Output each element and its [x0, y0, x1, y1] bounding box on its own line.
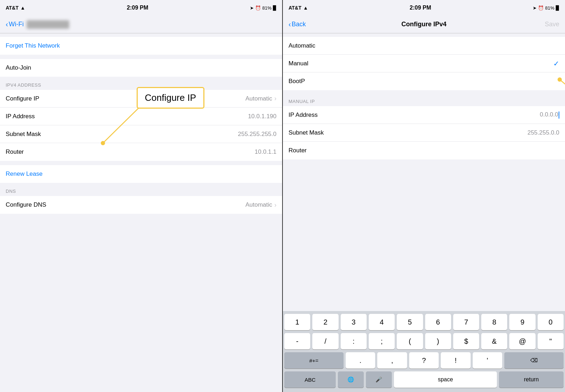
left-phone-panel: AT&T ▲ 2:09 PM ➤ ⏰ 81% ▉ ‹ Wi-Fi Forget …: [0, 0, 282, 392]
battery-icon-right: ▉: [556, 5, 559, 11]
key-6[interactable]: 6: [425, 314, 451, 330]
key-slash[interactable]: /: [312, 333, 338, 349]
key-8[interactable]: 8: [481, 314, 507, 330]
location-icon-right: ➤: [533, 5, 537, 11]
right-phone-panel: AT&T ▲ 2:09 PM ➤ ⏰ 81% ▉ ‹ Back Configur…: [282, 0, 565, 392]
manual-ip-section: IP Address 0.0.0.0 Subnet Mask 255.255.0…: [283, 106, 565, 159]
status-bar-left: AT&T ▲ 2:09 PM ➤ ⏰ 81% ▉: [0, 0, 282, 16]
key-2[interactable]: 2: [312, 314, 338, 330]
key-3[interactable]: 3: [341, 314, 367, 330]
time-right: 2:09 PM: [410, 5, 431, 11]
configure-dns-value: Automatic: [245, 201, 272, 208]
auto-join-section: Auto-Join: [0, 59, 282, 77]
config-options-section: Automatic Manual ✓ BootP: [283, 37, 565, 90]
key-period[interactable]: .: [346, 352, 375, 369]
nav-bar-left: ‹ Wi-Fi: [0, 16, 282, 33]
back-label-wifi: Wi-Fi: [9, 21, 24, 28]
nav-back-right[interactable]: ‹ Back: [289, 20, 306, 28]
sep1: [0, 33, 282, 37]
configure-ip-value: Automatic: [245, 95, 272, 102]
status-right-left: ➤ ⏰ 81% ▉: [250, 5, 276, 11]
ip-address-cell: IP Address 10.0.1.190: [0, 108, 282, 125]
back-chevron-left: ‹: [6, 20, 8, 28]
callout-dot-left: [101, 141, 105, 145]
manual-router-label: Router: [289, 147, 559, 154]
key-7[interactable]: 7: [453, 314, 479, 330]
save-button[interactable]: Save: [545, 21, 559, 28]
callout-box-left: Configure IP: [137, 87, 204, 109]
key-9[interactable]: 9: [509, 314, 535, 330]
manual-ip-address-cell[interactable]: IP Address 0.0.0.0: [283, 106, 565, 124]
manual-router-cell[interactable]: Router: [283, 142, 565, 159]
key-apostrophe[interactable]: ': [473, 352, 502, 369]
nav-title-right: Configure IPv4: [401, 21, 446, 28]
key-ampersand[interactable]: &: [481, 333, 507, 349]
key-open-paren[interactable]: (: [397, 333, 423, 349]
key-mic[interactable]: 🎤: [366, 371, 392, 388]
option-automatic[interactable]: Automatic: [283, 37, 565, 55]
nav-bar-right: ‹ Back Configure IPv4 Save: [283, 16, 565, 33]
key-dollar[interactable]: $: [453, 333, 479, 349]
subnet-mask-value: 255.255.255.0: [238, 131, 276, 138]
keyboard[interactable]: 1 2 3 4 5 6 7 8 9 0 - / : ; ( ) $ & @ " …: [283, 311, 565, 392]
key-space[interactable]: space: [394, 371, 497, 388]
auto-join-label: Auto-Join: [6, 64, 276, 71]
status-right-right: ➤ ⏰ 81% ▉: [533, 5, 559, 11]
dns-section-header: DNS: [0, 184, 282, 196]
key-5[interactable]: 5: [397, 314, 423, 330]
key-minus[interactable]: -: [284, 333, 310, 349]
forget-network-cell[interactable]: Forget This Network: [0, 37, 282, 55]
key-close-paren[interactable]: ): [425, 333, 451, 349]
nav-back-wifi[interactable]: ‹ Wi-Fi: [6, 20, 24, 28]
time-left: 2:09 PM: [127, 5, 148, 11]
status-bar-right: AT&T ▲ 2:09 PM ➤ ⏰ 81% ▉: [283, 0, 565, 16]
status-left: AT&T ▲: [6, 5, 25, 11]
subnet-mask-cell: Subnet Mask 255.255.255.0: [0, 125, 282, 143]
cursor: [559, 111, 559, 119]
key-4[interactable]: 4: [369, 314, 395, 330]
option-automatic-label: Automatic: [289, 42, 559, 49]
key-delete[interactable]: ⌫: [504, 352, 564, 369]
carrier-right: AT&T: [289, 5, 301, 11]
key-semicolon[interactable]: ;: [369, 333, 395, 349]
key-return[interactable]: return: [499, 371, 564, 388]
sep-right1: [283, 33, 565, 37]
key-hashtag-toggle[interactable]: #+=: [284, 352, 344, 369]
wifi-icon-right: ▲: [303, 5, 308, 11]
manual-subnet-label: Subnet Mask: [289, 129, 527, 136]
auto-join-cell[interactable]: Auto-Join: [0, 59, 282, 77]
manual-ip-header: MANUAL IP: [283, 94, 565, 106]
ip-address-label: IP Address: [6, 113, 248, 120]
key-at[interactable]: @: [509, 333, 535, 349]
ip-address-value: 10.0.1.190: [248, 113, 276, 120]
router-label: Router: [6, 148, 255, 156]
callout-dot-right: [558, 77, 562, 82]
option-manual[interactable]: Manual ✓: [283, 55, 565, 72]
configure-dns-cell[interactable]: Configure DNS Automatic ›: [0, 196, 282, 214]
key-1[interactable]: 1: [284, 314, 310, 330]
key-quote[interactable]: ": [538, 333, 564, 349]
checkmark-manual: ✓: [553, 59, 559, 68]
key-comma[interactable]: ,: [377, 352, 407, 369]
option-bootp-label: BootP: [289, 78, 559, 85]
back-chevron-right: ‹: [289, 20, 291, 28]
key-colon[interactable]: :: [341, 333, 367, 349]
manual-subnet-value: 255.255.0.0: [527, 129, 559, 136]
key-question[interactable]: ?: [409, 352, 439, 369]
renew-lease-cell[interactable]: Renew Lease: [0, 165, 282, 183]
key-abc[interactable]: ABC: [284, 371, 336, 388]
sep2: [0, 55, 282, 59]
key-globe[interactable]: 🌐: [338, 371, 364, 388]
manual-ip-address-label: IP Address: [289, 111, 540, 119]
configure-ip-chevron: ›: [274, 95, 276, 102]
key-0[interactable]: 0: [538, 314, 564, 330]
manual-subnet-mask-cell[interactable]: Subnet Mask 255.255.0.0: [283, 124, 565, 142]
location-icon-left: ➤: [250, 5, 254, 11]
keyboard-row-numbers: 1 2 3 4 5 6 7 8 9 0: [284, 314, 564, 330]
battery-icon-left: ▉: [273, 5, 276, 11]
key-exclaim[interactable]: !: [441, 352, 470, 369]
option-bootp[interactable]: BootP: [283, 72, 565, 90]
keyboard-row-symbols: - / : ; ( ) $ & @ ": [284, 333, 564, 349]
subnet-mask-label: Subnet Mask: [6, 131, 238, 138]
renew-lease-label: Renew Lease: [6, 170, 43, 178]
